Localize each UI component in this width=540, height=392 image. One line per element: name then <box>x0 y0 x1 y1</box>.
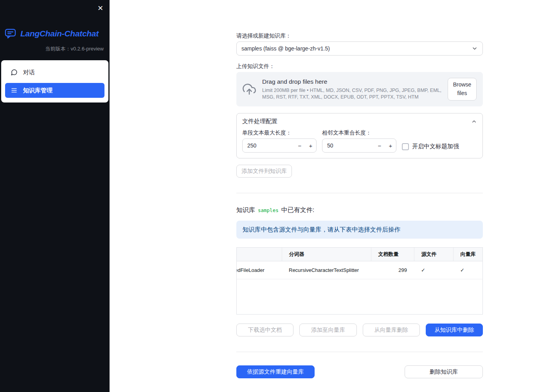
delete-kb-button[interactable]: 删除知识库 <box>405 365 483 378</box>
delete-from-vector-button[interactable]: 从向量库删除 <box>363 324 420 336</box>
add-files-to-kb-button[interactable]: 添加文件到知识库 <box>236 165 292 178</box>
sidebar-item-label: 知识库管理 <box>23 87 52 94</box>
sidebar-item-chat[interactable]: 对话 <box>5 65 104 80</box>
chat-logo-icon <box>5 28 17 39</box>
cell-vector-check: ✓ <box>453 261 483 279</box>
chunk-size-input[interactable]: 250 − + <box>242 138 317 153</box>
kb-name-code: samples <box>258 207 279 214</box>
close-icon: ✕ <box>97 4 103 12</box>
kb-select-label: 请选择或新建知识库： <box>236 32 483 39</box>
overlap-size-input[interactable]: 50 − + <box>322 138 396 153</box>
dropzone-texts: Drag and drop files here Limit 200MB per… <box>262 78 441 100</box>
upload-label: 上传知识文件： <box>236 63 483 70</box>
overlap-size-value: 50 <box>322 142 374 149</box>
sidebar-item-knowledge-base[interactable]: 知识库管理 <box>5 83 104 98</box>
files-heading-prefix: 知识库 <box>236 206 255 214</box>
chevron-down-icon <box>472 45 478 52</box>
sidebar-close-button[interactable]: ✕ <box>95 2 106 14</box>
sidebar-item-label: 对话 <box>23 69 35 76</box>
minus-button[interactable]: − <box>374 139 385 152</box>
minus-button[interactable]: − <box>294 139 305 152</box>
upload-cloud-icon <box>243 83 256 96</box>
footer-actions: 依据源文件重建向量库 删除知识库 <box>236 365 483 378</box>
plus-button[interactable]: + <box>305 139 316 152</box>
dropzone-limit-text: Limit 200MB per file • HTML, MD, JSON, C… <box>262 87 441 100</box>
delete-from-kb-button[interactable]: 从知识库中删除 <box>426 324 483 336</box>
knowledge-base-icon <box>11 87 18 94</box>
col-header-splitter[interactable]: 分词器 <box>282 248 371 261</box>
col-header-source[interactable]: 源文件 <box>414 248 453 261</box>
cell-source-check: ✓ <box>414 261 453 279</box>
rebuild-vector-store-button[interactable]: 依据源文件重建向量库 <box>236 365 315 378</box>
version-text: 当前版本：v0.2.6-preview <box>0 45 110 52</box>
cell-docs: 299 <box>371 261 414 279</box>
plus-button[interactable]: + <box>385 139 396 152</box>
file-config-expander-header[interactable]: 文件处理配置 <box>237 113 482 129</box>
file-dropzone[interactable]: Drag and drop files here Limit 200MB per… <box>236 72 483 106</box>
chunk-size-label: 单段文本最大长度： <box>242 129 317 136</box>
app-logo: LangChain-Chatchat <box>0 28 110 39</box>
col-header-vector[interactable]: 向量库 <box>453 248 483 261</box>
download-selected-button[interactable]: 下载选中文档 <box>236 324 293 336</box>
info-box: 知识库中包含源文件与向量库，请从下表中选择文件后操作 <box>236 221 483 239</box>
cell-loader: UnstructuredFileLoader <box>236 261 282 279</box>
expander-title: 文件处理配置 <box>242 118 277 125</box>
table-row[interactable]: UnstructuredFileLoader RecursiveCharacte… <box>236 261 483 279</box>
file-config-expander: 文件处理配置 单段文本最大长度： 250 − <box>236 113 483 158</box>
sidebar: ✕ LangChain-Chatchat 当前版本：v0.2.6-preview <box>0 0 110 392</box>
col-header-loader[interactable]: 文档加载器 <box>236 248 282 261</box>
table-header-row: 文档加载器 分词器 文档数量 源文件 向量库 <box>236 248 483 261</box>
dropzone-title: Drag and drop files here <box>262 78 441 85</box>
expander-body: 单段文本最大长度： 250 − + 相邻文本重合长度： 50 − <box>237 129 482 158</box>
kb-select-value: samples (faiss @ bge-large-zh-v1.5) <box>241 45 472 52</box>
files-table: 文档加载器 分词器 文档数量 源文件 向量库 UnstructuredFileL… <box>236 247 483 315</box>
logo-text: LangChain-Chatchat <box>20 29 99 38</box>
sidebar-menu: 对话 知识库管理 <box>1 60 108 102</box>
chunk-size-value: 250 <box>243 142 294 149</box>
files-heading-suffix: 中已有文件: <box>281 206 314 214</box>
zh-title-enhance-checkbox[interactable]: 开启中文标题加强 <box>402 143 459 150</box>
chevron-up-icon <box>471 119 477 124</box>
files-heading: 知识库 samples 中已有文件: <box>236 206 483 214</box>
divider <box>236 193 483 193</box>
browse-files-button[interactable]: Browse files <box>448 78 477 100</box>
overlap-size-label: 相邻文本重合长度： <box>322 129 396 136</box>
add-to-vector-button[interactable]: 添加至向量库 <box>299 324 356 336</box>
content-column: 请选择或新建知识库： samples (faiss @ bge-large-zh… <box>236 0 483 378</box>
checkbox-label: 开启中文标题加强 <box>412 143 459 150</box>
chat-bubble-icon <box>11 69 18 76</box>
main-area: 请选择或新建知识库： samples (faiss @ bge-large-zh… <box>110 0 540 392</box>
table-actions: 下载选中文档 添加至向量库 从向量库删除 从知识库中删除 <box>236 324 483 336</box>
kb-select[interactable]: samples (faiss @ bge-large-zh-v1.5) <box>236 41 483 56</box>
cell-splitter: RecursiveCharacterTextSplitter <box>282 261 371 279</box>
checkbox-box <box>402 143 409 150</box>
col-header-docs[interactable]: 文档数量 <box>371 248 414 261</box>
divider <box>236 352 483 352</box>
info-text: 知识库中包含源文件与向量库，请从下表中选择文件后操作 <box>243 226 400 233</box>
